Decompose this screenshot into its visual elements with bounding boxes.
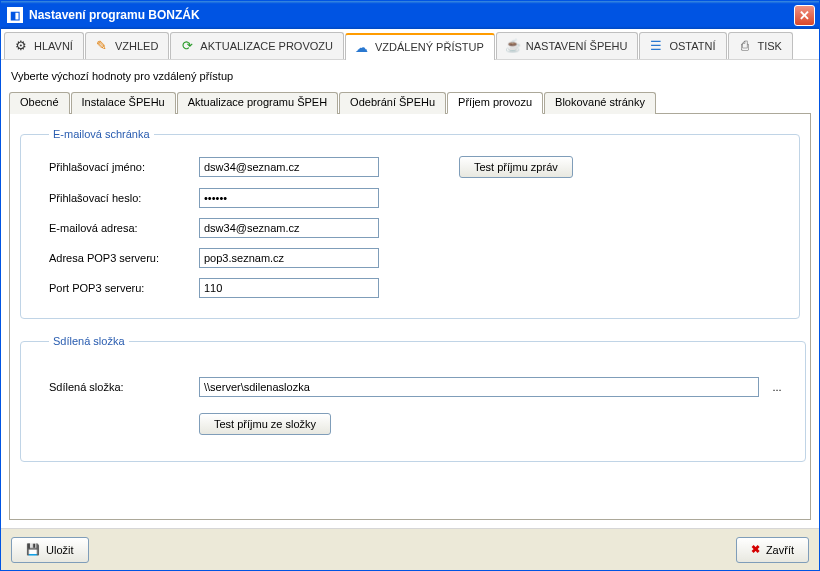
group-share: Sdílená složka Sdílená složka: ... Test … — [20, 335, 806, 462]
email-label: E-mailová adresa: — [49, 222, 199, 234]
main-tab-label: TISK — [758, 40, 782, 52]
main-tab-label: VZHLED — [115, 40, 158, 52]
main-tabs: ⚙ HLAVNÍ ✎ VZHLED ⟳ AKTUALIZACE PROVOZU … — [1, 29, 819, 60]
group-email-legend: E-mailová schránka — [49, 128, 154, 140]
window-title: Nastavení programu BONZÁK — [29, 8, 794, 22]
test-folder-button[interactable]: Test příjmu ze složky — [199, 413, 331, 435]
close-button-label: Zavřít — [766, 544, 794, 556]
spy-icon: ☕ — [505, 38, 521, 54]
main-tab-nastaveni-spehu[interactable]: ☕ NASTAVENÍ ŠPEHU — [496, 32, 639, 59]
group-email: E-mailová schránka Přihlašovací jméno: T… — [20, 128, 800, 319]
app-window: ◧ Nastavení programu BONZÁK ✕ ⚙ HLAVNÍ ✎… — [0, 0, 820, 571]
sub-tab-instalace-spehu[interactable]: Instalace ŠPEHu — [71, 92, 176, 114]
email-input[interactable] — [199, 218, 379, 238]
login-input[interactable] — [199, 157, 379, 177]
pop3-addr-label: Adresa POP3 serveru: — [49, 252, 199, 264]
paint-icon: ✎ — [94, 38, 110, 54]
pop3-port-input[interactable] — [199, 278, 379, 298]
main-tab-label: VZDÁLENÝ PŘÍSTUP — [375, 41, 484, 53]
refresh-icon: ⟳ — [179, 38, 195, 54]
close-icon: ✕ — [799, 8, 810, 23]
printer-icon: ⎙ — [737, 38, 753, 54]
shared-folder-label: Sdílená složka: — [49, 381, 199, 393]
sub-tab-aktualizace-speh[interactable]: Aktualizace programu ŠPEH — [177, 92, 338, 114]
pop3-port-label: Port POP3 serveru: — [49, 282, 199, 294]
row-pop3-addr: Adresa POP3 serveru: — [49, 248, 781, 268]
save-button-label: Uložit — [46, 544, 74, 556]
sub-tab-blokovane-stranky[interactable]: Blokované stránky — [544, 92, 656, 114]
window-close-button[interactable]: ✕ — [794, 5, 815, 26]
main-tab-label: AKTUALIZACE PROVOZU — [200, 40, 333, 52]
app-icon: ◧ — [7, 7, 23, 23]
save-button[interactable]: 💾 Uložit — [11, 537, 89, 563]
main-tab-label: HLAVNÍ — [34, 40, 73, 52]
list-icon: ☰ — [648, 38, 664, 54]
titlebar: ◧ Nastavení programu BONZÁK ✕ — [1, 1, 819, 29]
row-pop3-port: Port POP3 serveru: — [49, 278, 781, 298]
tab-body: E-mailová schránka Přihlašovací jméno: T… — [9, 114, 811, 520]
main-tab-label: OSTATNÍ — [669, 40, 715, 52]
group-share-legend: Sdílená složka — [49, 335, 129, 347]
instruction-text: Vyberte výchozí hodnoty pro vzdálený pří… — [9, 66, 811, 90]
sub-tabs: Obecné Instalace ŠPEHu Aktualizace progr… — [9, 91, 811, 114]
row-password: Přihlašovací heslo: — [49, 188, 781, 208]
login-label: Přihlašovací jméno: — [49, 161, 199, 173]
test-messages-button[interactable]: Test příjmu zpráv — [459, 156, 573, 178]
pop3-addr-input[interactable] — [199, 248, 379, 268]
password-label: Přihlašovací heslo: — [49, 192, 199, 204]
close-x-icon: ✖ — [751, 543, 760, 556]
main-tab-vzdaleny-pristup[interactable]: ☁ VZDÁLENÝ PŘÍSTUP — [345, 33, 495, 60]
main-tab-label: NASTAVENÍ ŠPEHU — [526, 40, 628, 52]
footer: 💾 Uložit ✖ Zavřít — [1, 528, 819, 570]
password-input[interactable] — [199, 188, 379, 208]
row-login: Přihlašovací jméno: Test příjmu zpráv — [49, 156, 781, 178]
main-tab-tisk[interactable]: ⎙ TISK — [728, 32, 793, 59]
main-tab-hlavni[interactable]: ⚙ HLAVNÍ — [4, 32, 84, 59]
save-icon: 💾 — [26, 543, 40, 556]
close-button[interactable]: ✖ Zavřít — [736, 537, 809, 563]
sub-tab-obecne[interactable]: Obecné — [9, 92, 70, 114]
sub-tab-prijem-provozu[interactable]: Příjem provozu — [447, 92, 543, 114]
main-tab-vzhled[interactable]: ✎ VZHLED — [85, 32, 169, 59]
gear-icon: ⚙ — [13, 38, 29, 54]
main-tab-aktualizace[interactable]: ⟳ AKTUALIZACE PROVOZU — [170, 32, 344, 59]
row-test-folder: Test příjmu ze složky — [49, 413, 787, 435]
row-shared-folder: Sdílená složka: ... — [49, 377, 787, 397]
row-email: E-mailová adresa: — [49, 218, 781, 238]
sub-tab-odebrani-spehu[interactable]: Odebrání ŠPEHu — [339, 92, 446, 114]
main-tab-ostatni[interactable]: ☰ OSTATNÍ — [639, 32, 726, 59]
browse-folder-button[interactable]: ... — [767, 381, 787, 393]
shared-folder-input[interactable] — [199, 377, 759, 397]
remote-icon: ☁ — [354, 39, 370, 55]
content: Vyberte výchozí hodnoty pro vzdálený pří… — [1, 60, 819, 528]
